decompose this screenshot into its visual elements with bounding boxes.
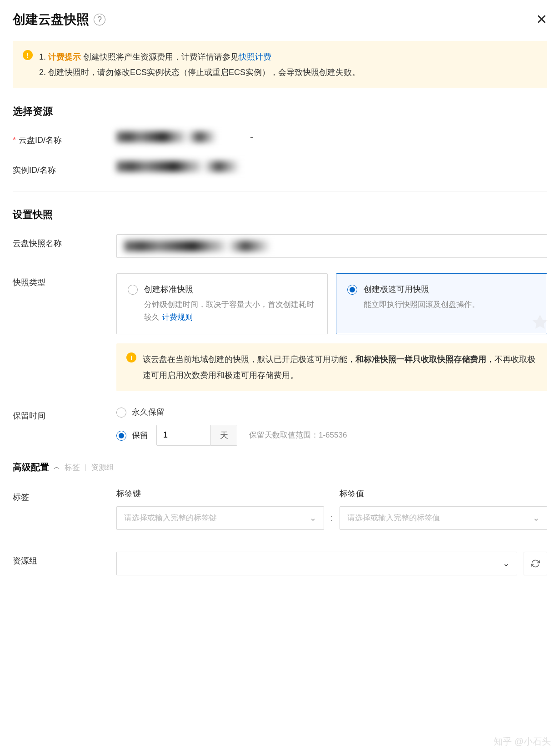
label-retain-time: 保留时间 bbox=[13, 407, 116, 421]
help-icon[interactable]: ? bbox=[94, 14, 105, 25]
chevron-down-icon: ⌄ bbox=[533, 513, 540, 523]
dialog-title: 创建云盘快照 bbox=[13, 11, 89, 28]
warning-icon: ! bbox=[126, 352, 136, 362]
option-fast-snapshot[interactable]: 创建极速可用快照 能立即执行快照回滚及创盘操作。 bbox=[336, 273, 547, 334]
snapshot-name-input[interactable] bbox=[116, 234, 547, 258]
dialog-header: 创建云盘快照 ? ✕ bbox=[13, 11, 547, 28]
radio-icon bbox=[128, 285, 138, 295]
rocket-icon bbox=[530, 313, 550, 333]
billing-rule-link[interactable]: 计费规则 bbox=[162, 313, 193, 322]
billing-highlight: 计费提示 bbox=[48, 52, 81, 61]
tag-value-select[interactable]: 请选择或输入完整的标签值⌄ bbox=[340, 506, 547, 530]
chevron-up-icon[interactable]: ︿ bbox=[54, 463, 60, 471]
billing-alert: ! 1. 计费提示 创建快照将产生资源费用，计费详情请参见快照计费 2. 创建快… bbox=[13, 41, 547, 88]
radio-icon bbox=[347, 285, 357, 295]
label-resource-group: 资源组 bbox=[13, 552, 116, 566]
refresh-icon bbox=[531, 559, 540, 568]
label-disk-id: 云盘ID/名称 bbox=[13, 131, 116, 146]
advanced-config-toggle[interactable]: 高级配置 bbox=[13, 461, 49, 473]
advanced-breadcrumb: 标签|资源组 bbox=[65, 462, 114, 473]
close-icon[interactable]: ✕ bbox=[536, 13, 547, 26]
label-tag: 标签 bbox=[13, 488, 116, 503]
label-instance-id: 实例ID/名称 bbox=[13, 161, 116, 176]
chevron-down-icon: ⌄ bbox=[310, 513, 316, 523]
label-snapshot-name: 云盘快照名称 bbox=[13, 234, 116, 249]
label-tag-key: 标签键 bbox=[116, 488, 324, 499]
section-set-snapshot: 设置快照 bbox=[13, 208, 547, 221]
option-keep-days[interactable]: 保留 bbox=[116, 430, 148, 441]
radio-icon bbox=[116, 431, 126, 441]
section-select-resource: 选择资源 bbox=[13, 105, 547, 118]
option-standard-snapshot[interactable]: 创建标准快照 分钟级创建时间，取决于容量大小，首次创建耗时较久 计费规则 bbox=[116, 273, 328, 334]
option-permanent[interactable]: 永久保留 bbox=[116, 407, 547, 418]
disk-id-value bbox=[116, 131, 235, 142]
fast-snapshot-alert: ! 该云盘在当前地域创建的快照，默认已开启极速可用功能，和标准快照一样只收取快照… bbox=[116, 343, 547, 391]
resource-group-select[interactable]: ⌄ bbox=[116, 552, 517, 575]
retain-hint: 保留天数取值范围：1-65536 bbox=[249, 430, 347, 440]
label-tag-value: 标签值 bbox=[340, 488, 547, 499]
tag-key-select[interactable]: 请选择或输入完整的标签键⌄ bbox=[116, 506, 324, 530]
divider bbox=[13, 191, 547, 191]
warning-icon: ! bbox=[23, 50, 33, 60]
label-snapshot-type: 快照类型 bbox=[13, 273, 116, 288]
refresh-button[interactable] bbox=[524, 552, 547, 575]
instance-id-value bbox=[116, 161, 262, 172]
retain-days-input[interactable] bbox=[156, 425, 211, 446]
radio-icon bbox=[116, 408, 126, 418]
unit-label: 天 bbox=[211, 425, 237, 446]
snapshot-billing-link[interactable]: 快照计费 bbox=[239, 52, 271, 61]
chevron-down-icon: ⌄ bbox=[503, 559, 510, 569]
